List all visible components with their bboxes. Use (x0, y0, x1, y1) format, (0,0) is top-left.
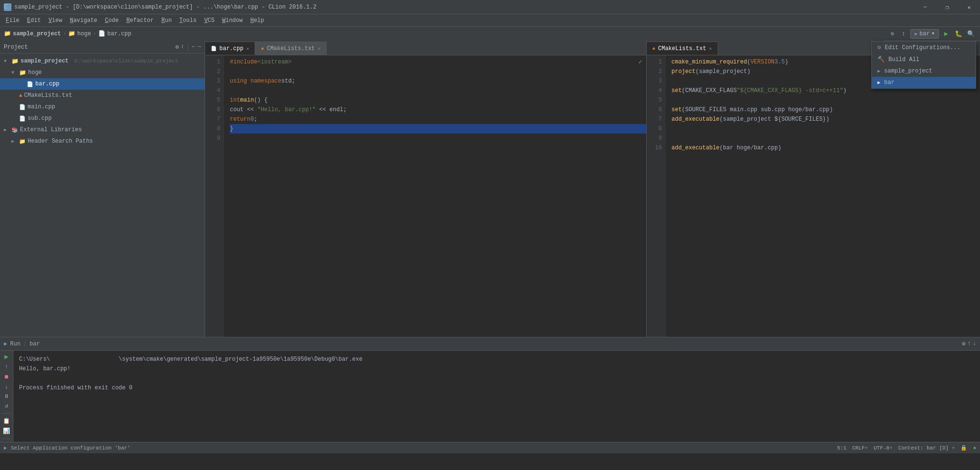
run-output-line: C:\Users\ \system\cmake\generated\sample… (19, 355, 974, 364)
tree-item-hoge[interactable]: ▼ 📁 hoge (0, 67, 205, 78)
run-button[interactable]: ▶ (941, 29, 951, 39)
run-up-icon[interactable]: ↑ (968, 340, 971, 347)
tab-cmake-close[interactable]: ✕ (318, 46, 320, 52)
sidebar-nav-prev[interactable]: ← (192, 43, 196, 51)
status-lock-icon: 🔒 (960, 445, 967, 451)
tree-item-subcpp[interactable]: 📄 sub.cpp (0, 113, 205, 124)
status-encoding[interactable]: UTF-8÷ (874, 445, 893, 451)
tree-item-header-search[interactable]: ▶ 📁 Header Search Paths (0, 136, 205, 147)
run-config-selector[interactable]: ▶ bar ▼ (910, 29, 939, 39)
tab-cmake-label: CMakeLists.txt (267, 45, 315, 52)
tree-item-external[interactable]: ▶ 📚 External Libraries (0, 124, 205, 136)
dropdown-sample-project-label: sample_project (884, 68, 932, 74)
bar-icon: ▶ (877, 80, 880, 85)
menu-tools[interactable]: Tools (175, 16, 200, 25)
breadcrumb-project[interactable]: sample_project (13, 31, 61, 37)
tab-cmake-right[interactable]: ▲ CMakeLists.txt ✕ (647, 42, 718, 55)
barcpp-file-icon: 📄 (27, 81, 33, 87)
status-context[interactable]: Context: bar [D] ÷ (898, 445, 955, 451)
tab-cmake-right-close[interactable]: ✕ (709, 46, 712, 52)
tab-barcpp-icon: 📄 (211, 46, 217, 52)
menu-code[interactable]: Code (101, 16, 123, 25)
run-panel-sep: | (23, 341, 27, 347)
tab-cmake[interactable]: ▲ CMakeLists.txt ✕ (255, 42, 327, 55)
sidebar-nav-next[interactable]: → (197, 43, 201, 51)
config-arrow-icon[interactable]: ↕ (899, 29, 908, 39)
tab-barcpp[interactable]: 📄 bar.cpp ✕ (205, 42, 255, 55)
cmake-line-numbers: 1 2 3 4 5 6 7 8 9 10 (647, 55, 666, 337)
editor-content[interactable]: 1 2 3 4 5 6 7 8 9 #include <iostream> us… (205, 55, 646, 337)
menu-refactor[interactable]: Refactor (123, 16, 158, 25)
sidebar: Project ⚙ ↕ | ← → ▼ 📁 sample_project D:\… (0, 41, 205, 337)
run-start-button[interactable]: ▶ (1, 353, 12, 361)
tree-label-external: External Libraries (20, 126, 82, 133)
menu-run[interactable]: Run (158, 16, 176, 25)
run-panel-sidebar: ▶ ↑ ■ ↓ ⏸ ↺ 📋 📊 » (0, 351, 13, 442)
chevron-down-icon: ▼ (11, 70, 17, 75)
restore-button[interactable]: ❒ (936, 0, 958, 14)
status-linesep[interactable]: CRLF÷ (852, 445, 868, 451)
run-scroll-down-button[interactable]: ↓ (1, 384, 12, 390)
tree-label-maincpp: main.cpp (28, 104, 55, 110)
tree-item-maincpp[interactable]: 📄 main.cpp (0, 101, 205, 113)
code-line: cout << "Hello, bar.cpp!" << endl; (230, 105, 646, 115)
chevron-right-icon: ▶ (4, 127, 10, 133)
minimize-button[interactable]: ─ (914, 0, 936, 14)
breadcrumb-folder-icon: 📁 (4, 30, 11, 37)
dropdown-build-all[interactable]: 🔨 Build All (872, 53, 976, 65)
dropdown-sample-project[interactable]: ▶ sample_project (872, 65, 976, 77)
chevron-right-icon: ▶ (11, 138, 17, 144)
sample-project-icon: ▶ (877, 68, 880, 74)
search-run-button[interactable]: 🔍 (966, 29, 976, 39)
menu-bar: File Edit View Navigate Code Refactor Ru… (0, 14, 980, 27)
run-scroll-up-button[interactable]: ↑ (1, 364, 12, 370)
menu-view[interactable]: View (45, 16, 66, 25)
dropdown-edit-config[interactable]: ⚙ Edit Configurations... (872, 42, 976, 53)
code-line: return 0; (230, 115, 646, 124)
run-output: C:\Users\ \system\cmake\generated\sample… (13, 351, 980, 442)
run-config-icon: ▶ (915, 31, 918, 37)
run-dump-button[interactable]: 📋 (1, 418, 12, 425)
status-warning-icon: ● (973, 445, 976, 451)
tree-item-cmakelists[interactable]: ▲ CMakeLists.txt (0, 90, 205, 101)
close-button[interactable]: ✕ (958, 0, 980, 14)
app-icon: C (4, 3, 11, 11)
dropdown-edit-config-label: Edit Configurations... (885, 44, 960, 51)
tab-barcpp-close[interactable]: ✕ (246, 46, 249, 52)
debug-button[interactable]: 🐛 (953, 29, 964, 39)
menu-window[interactable]: Window (218, 16, 247, 25)
menu-help[interactable]: Help (247, 16, 268, 25)
cmake-code-content[interactable]: cmake_minimum_required(VERSION 3.5) proj… (666, 55, 980, 337)
menu-edit[interactable]: Edit (23, 16, 45, 25)
run-rerun-button[interactable]: ↺ (1, 402, 12, 409)
breadcrumb-file-icon: 📄 (98, 30, 105, 37)
run-settings-icon[interactable]: ⚙ (962, 340, 965, 347)
tab-cmake-right-label: CMakeLists.txt (658, 45, 706, 52)
sidebar-sync-btn[interactable]: ⚙ (175, 43, 179, 51)
run-config-label: bar (919, 31, 930, 37)
run-more-button[interactable]: 📊 (1, 428, 12, 435)
breadcrumb-hoge[interactable]: hoge (77, 31, 91, 37)
sidebar-collapse-btn[interactable]: ↕ (181, 43, 184, 51)
dropdown-build-all-label: Build All (888, 56, 919, 63)
run-stop-button[interactable]: ■ (1, 373, 12, 381)
dropdown-bar[interactable]: ▶ bar (872, 77, 976, 88)
tree-item-root[interactable]: ▼ 📁 sample_project D:\workspace\clion\sa… (0, 55, 205, 67)
cmake-editor-content[interactable]: 1 2 3 4 5 6 7 8 9 10 cmake_minimum_requi… (647, 55, 980, 337)
title-bar: C sample_project - [D:\workspace\clion\s… (0, 0, 980, 14)
breadcrumb-file[interactable]: bar.cpp (107, 31, 131, 37)
sidebar-tools: ⚙ ↕ | ← → (175, 43, 201, 51)
run-panel-header: ▶ Run | bar ⚙ ↑ ↓ (0, 337, 980, 351)
menu-vcs[interactable]: VCS (200, 16, 218, 25)
dropdown-menu: ⚙ Edit Configurations... 🔨 Build All ▶ s… (871, 41, 976, 89)
breadcrumb: 📁 sample_project › 📁 hoge › 📄 bar.cpp (0, 27, 884, 41)
config-icon[interactable]: ⚙ (887, 29, 897, 39)
run-pause-button[interactable]: ⏸ (1, 393, 12, 399)
tree-item-barcpp[interactable]: 📄 bar.cpp (0, 78, 205, 90)
menu-file[interactable]: File (2, 16, 23, 25)
menu-navigate[interactable]: Navigate (66, 16, 101, 25)
build-all-icon: 🔨 (877, 56, 885, 63)
run-down-icon[interactable]: ↓ (973, 340, 976, 347)
code-content[interactable]: #include <iostream> using namespace std;… (224, 55, 646, 337)
tab-barcpp-label: bar.cpp (219, 45, 243, 52)
